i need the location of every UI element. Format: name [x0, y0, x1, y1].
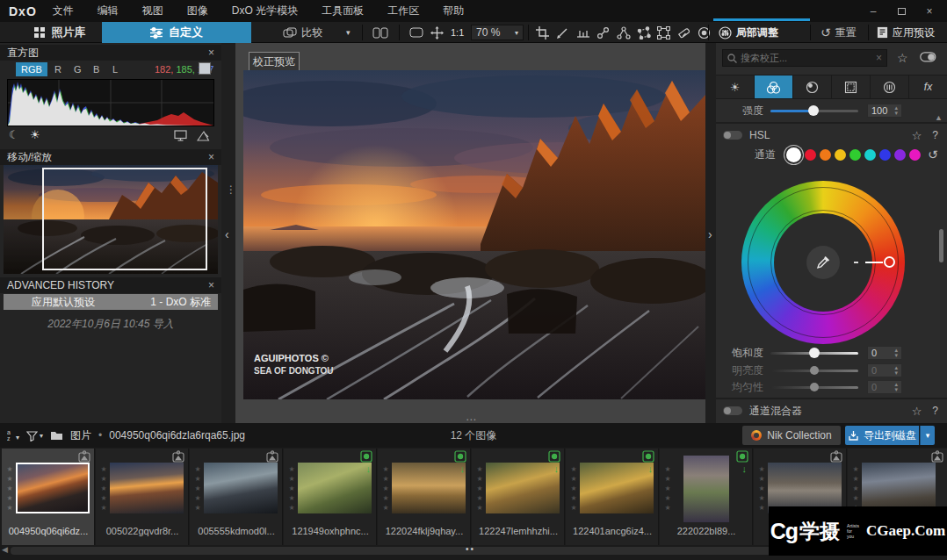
- tab-customize[interactable]: 自定义: [102, 22, 251, 43]
- tab-detail[interactable]: [793, 75, 832, 98]
- left-splitter[interactable]: ⋮ ‹: [221, 43, 235, 423]
- zoom-level-select[interactable]: 70 % ▾: [471, 25, 524, 40]
- active-corrections-toggle-icon[interactable]: [920, 52, 936, 62]
- image-viewer-canvas[interactable]: 校正预览: [235, 43, 705, 423]
- menu-view[interactable]: 视图: [142, 4, 163, 18]
- pan-tool-button[interactable]: [430, 22, 444, 43]
- menu-image[interactable]: 图像: [187, 4, 208, 18]
- menu-workspace[interactable]: 工作区: [387, 4, 419, 18]
- star-rating-column[interactable]: ★★★★★: [287, 464, 296, 513]
- tab-geometry[interactable]: [832, 75, 871, 98]
- luminance-value-box[interactable]: 0 ▴▾: [867, 363, 902, 377]
- mesh-tool-button[interactable]: [657, 22, 670, 43]
- channel-mixer-star-icon[interactable]: ☆: [912, 405, 922, 418]
- menu-edit[interactable]: 编辑: [98, 4, 119, 18]
- filmstrip-item[interactable]: ★★★★★ ↓ 122024fklj9qhay...: [378, 449, 471, 545]
- history-panel-header[interactable]: ADVANCED HISTORY ×: [0, 277, 221, 293]
- horizon-tool-button[interactable]: [576, 22, 590, 43]
- channel-mixer-help-icon[interactable]: ?: [932, 405, 938, 417]
- star-rating-column[interactable]: ★★★★★: [381, 464, 390, 513]
- hsl-channel-magenta[interactable]: [909, 149, 921, 161]
- maximize-button[interactable]: [889, 3, 914, 20]
- luminance-stepper-icon[interactable]: ▴▾: [894, 365, 898, 376]
- control-point-tool-button[interactable]: [596, 22, 610, 43]
- intensity-slider-thumb[interactable]: [808, 105, 819, 116]
- channel-tab-b[interactable]: B: [88, 62, 105, 76]
- tab-light[interactable]: ☀: [716, 75, 755, 98]
- hsl-star-icon[interactable]: ☆: [912, 129, 922, 142]
- straighten-tool-button[interactable]: [556, 22, 569, 43]
- tab-local-equalizer[interactable]: [871, 75, 909, 98]
- star-rating-column[interactable]: ★★★★★: [663, 464, 672, 513]
- saturation-slider[interactable]: [770, 352, 858, 355]
- move-zoom-close-icon[interactable]: ×: [208, 151, 214, 163]
- uniformity-slider[interactable]: [770, 386, 858, 389]
- thumbnail-photo[interactable]: [392, 463, 466, 513]
- folder-name[interactable]: 图片: [70, 428, 91, 443]
- hsl-channel-green[interactable]: [849, 149, 861, 161]
- search-clear-icon[interactable]: ×: [876, 52, 882, 64]
- thumbnail-photo[interactable]: [110, 463, 184, 513]
- intensity-value-box[interactable]: 100 ▴▾: [867, 104, 902, 118]
- channel-tab-g[interactable]: G: [69, 62, 87, 76]
- uniformity-stepper-icon[interactable]: ▴▾: [894, 382, 898, 392]
- search-input[interactable]: [741, 53, 872, 63]
- thumbnail-photo[interactable]: [683, 456, 729, 522]
- polygon-tool-button[interactable]: [637, 22, 651, 43]
- right-splitter[interactable]: ›: [705, 43, 716, 423]
- export-to-disk-button[interactable]: 导出到磁盘: [845, 426, 919, 445]
- menu-optics-modules[interactable]: DxO 光学模块: [232, 4, 298, 18]
- panel-scrollbar-thumb[interactable]: [939, 229, 943, 262]
- hsl-channel-reset-icon[interactable]: ↺: [928, 147, 938, 162]
- thumbnail-photo[interactable]: [298, 463, 372, 513]
- star-rating-column[interactable]: ★★★★★: [193, 464, 202, 513]
- saturation-slider-thumb[interactable]: [809, 348, 820, 358]
- tab-photo-library[interactable]: 照片库: [18, 22, 102, 43]
- compare-dropdown[interactable]: ▾: [346, 22, 351, 43]
- uniformity-slider-thumb[interactable]: [810, 383, 819, 391]
- tab-fx[interactable]: fx: [909, 75, 947, 98]
- shadow-clipping-icon[interactable]: ☾: [9, 128, 19, 141]
- filmstrip-item[interactable]: ★★★★★ 005555kdmod0l...: [190, 449, 283, 545]
- saturation-stepper-icon[interactable]: ▴▾: [894, 348, 898, 358]
- hsl-channel-blue[interactable]: [879, 149, 891, 161]
- repair-tool-button[interactable]: [677, 22, 691, 43]
- search-corrections-box[interactable]: ×: [722, 49, 887, 67]
- hsl-toggle[interactable]: [723, 131, 742, 140]
- color-picker-dropper-button[interactable]: [806, 246, 840, 279]
- hsl-channel-white[interactable]: [786, 147, 801, 162]
- control-line-tool-button[interactable]: [617, 22, 631, 43]
- filmstrip-item[interactable]: ★★★★★ 005022gqvdr8r...: [96, 449, 189, 545]
- filmstrip-item[interactable]: ★★★★★ ↓ 121949oxhphnc...: [284, 449, 377, 545]
- thumbnail-photo[interactable]: [486, 463, 560, 513]
- thumbnail-photo[interactable]: [204, 463, 278, 513]
- wheel-hue-handle[interactable]: [884, 256, 895, 268]
- uniformity-value-box[interactable]: 0 ▴▾: [867, 380, 902, 394]
- history-entry-row[interactable]: 应用默认预设 1 - DxO 标准: [4, 294, 218, 310]
- favorites-star-icon[interactable]: ☆: [897, 51, 908, 65]
- history-close-icon[interactable]: ×: [208, 279, 214, 291]
- star-rating-column[interactable]: ★★★★★: [757, 464, 766, 513]
- minimize-button[interactable]: –: [861, 3, 886, 20]
- histogram-close-icon[interactable]: ×: [208, 47, 214, 59]
- channel-tab-l[interactable]: L: [107, 62, 123, 76]
- histogram-panel-header[interactable]: 直方图 ×: [0, 45, 221, 61]
- filmstrip-scroll-handle-dots[interactable]: ••: [466, 544, 475, 554]
- star-rating-column[interactable]: ★★★★★: [5, 464, 14, 513]
- thumbnail-photo[interactable]: [16, 463, 90, 513]
- filmstrip-item[interactable]: ★★★★★ ↓ 122247lemhhzhi...: [472, 449, 565, 545]
- compare-button[interactable]: 比较: [283, 22, 322, 43]
- zoom-1to1-button[interactable]: 1:1: [451, 22, 464, 43]
- filter-button[interactable]: ▾: [26, 430, 43, 442]
- hsl-channel-purple[interactable]: [894, 149, 906, 161]
- main-photo[interactable]: AGUIPHOTOS © SEA OF DONGTOU: [243, 70, 705, 399]
- full-view-button[interactable]: [409, 22, 423, 43]
- hsl-help-icon[interactable]: ?: [932, 129, 938, 141]
- filmstrip-item[interactable]: ★★★★★ 004950q06qi6dz...: [2, 449, 95, 545]
- hsl-channel-cyan[interactable]: [864, 149, 876, 161]
- star-rating-column[interactable]: ★★★★★: [569, 464, 578, 513]
- star-rating-column[interactable]: ★★★★★: [99, 464, 108, 513]
- menu-help[interactable]: 帮助: [443, 4, 464, 18]
- panel-scroll-up-icon[interactable]: ▲: [935, 113, 943, 122]
- export-options-dropdown[interactable]: ▾: [920, 426, 935, 445]
